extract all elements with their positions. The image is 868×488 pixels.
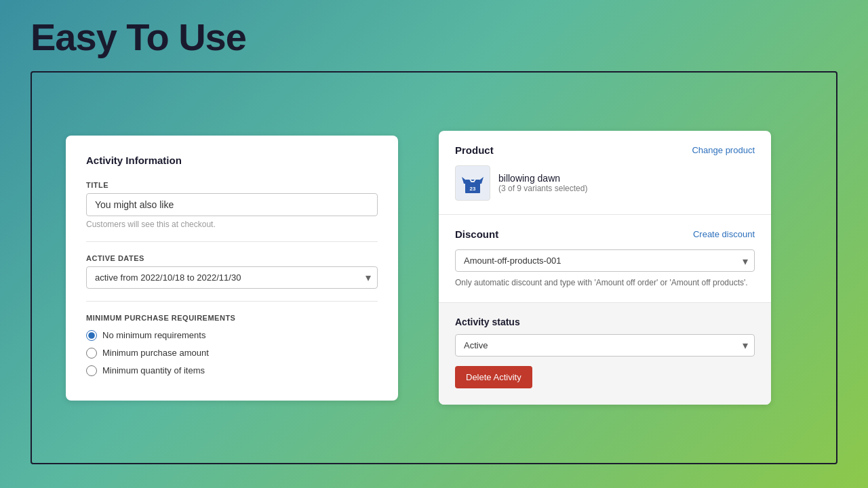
radio-group: No minimum requirements Minimum purchase… (86, 330, 378, 376)
discount-section: Discount Create discount Amount-off-prod… (439, 215, 771, 303)
radio-min-qty-label: Minimum quantity of items (102, 365, 205, 375)
create-discount-link[interactable]: Create discount (693, 229, 755, 239)
radio-min-amount-label: Minimum purchase amount (102, 348, 209, 358)
svg-marker-1 (462, 177, 465, 184)
product-image: 23 (455, 165, 490, 201)
main-container: Activity Information TITLE Customers wil… (31, 71, 837, 464)
radio-no-min-input[interactable] (86, 330, 97, 341)
min-req-label: MINIMUM PURCHASE REQUIREMENTS (86, 314, 378, 322)
product-variants: (3 of 9 variants selected) (498, 184, 587, 193)
product-jersey-icon: 23 (458, 169, 487, 197)
right-card: Product Change product (439, 131, 771, 405)
title-label: TITLE (86, 181, 378, 189)
radio-min-amount[interactable]: Minimum purchase amount (86, 348, 378, 359)
status-select[interactable]: Active (455, 334, 755, 357)
activity-information-card: Activity Information TITLE Customers wil… (66, 136, 398, 401)
product-row: 23 billowing dawn (3 of 9 variants selec… (455, 165, 755, 201)
active-dates-select[interactable]: active from 2022/10/18 to 2022/11/30 (86, 266, 378, 289)
active-dates-wrapper: active from 2022/10/18 to 2022/11/30 ▾ (86, 266, 378, 289)
discount-select-wrapper: Amount-off-products-001 ▾ (455, 249, 755, 272)
status-heading: Activity status (455, 317, 755, 327)
left-card-title: Activity Information (86, 155, 378, 166)
discount-section-header: Discount Create discount (455, 228, 755, 240)
discount-select[interactable]: Amount-off-products-001 (455, 249, 755, 272)
discount-heading: Discount (455, 228, 498, 240)
active-dates-label: ACTIVE DATES (86, 254, 378, 262)
radio-min-qty[interactable]: Minimum quantity of items (86, 365, 378, 376)
change-product-link[interactable]: Change product (692, 145, 755, 155)
svg-text:23: 23 (470, 186, 476, 192)
discount-note: Only automatic discount and type with 'A… (455, 277, 755, 289)
radio-no-min-label: No minimum requirements (102, 330, 205, 340)
radio-min-amount-input[interactable] (86, 348, 97, 359)
page-title: Easy To Use (0, 0, 868, 71)
product-heading: Product (455, 144, 494, 156)
svg-rect-3 (471, 181, 475, 182)
product-section: Product Change product (439, 131, 771, 215)
status-section: Activity status Active ▾ Delete Activity (439, 303, 771, 405)
product-name: billowing dawn (498, 173, 587, 184)
title-helper: Customers will see this at checkout. (86, 220, 378, 229)
title-input[interactable] (86, 193, 378, 216)
radio-min-qty-input[interactable] (86, 365, 97, 376)
delete-activity-button[interactable]: Delete Activity (455, 366, 532, 388)
svg-marker-2 (480, 177, 484, 184)
product-section-header: Product Change product (455, 144, 755, 156)
radio-no-min[interactable]: No minimum requirements (86, 330, 378, 341)
status-select-wrapper: Active ▾ (455, 334, 755, 357)
product-info: billowing dawn (3 of 9 variants selected… (498, 173, 587, 193)
